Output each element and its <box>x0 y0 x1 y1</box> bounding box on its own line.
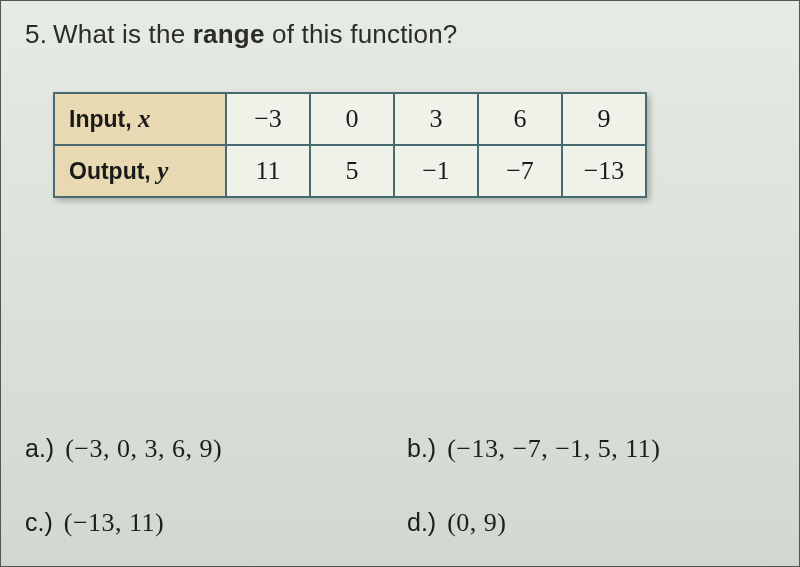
question-pre: What is the <box>53 19 193 49</box>
io-table: Input, x −3 0 3 6 9 Output, y 11 5 −1 −7… <box>53 92 647 198</box>
option-c-letter: c.) <box>25 508 53 536</box>
cell-y-2: −1 <box>394 145 478 197</box>
table-row: Input, x −3 0 3 6 9 <box>54 93 646 145</box>
cell-x-1: 0 <box>310 93 394 145</box>
option-b-value: (−13, −7, −1, 5, 11) <box>447 434 660 463</box>
question-number: 5. <box>25 19 47 49</box>
worksheet-page: 5.What is the range of this function? In… <box>0 0 800 567</box>
row-header-input-label: Input, <box>69 106 132 132</box>
question-post: of this function? <box>265 19 458 49</box>
cell-y-0: 11 <box>226 145 310 197</box>
option-d-letter: d.) <box>407 508 436 536</box>
row-header-input-var: x <box>138 105 151 132</box>
cell-x-4: 9 <box>562 93 646 145</box>
option-b[interactable]: b.) (−13, −7, −1, 5, 11) <box>407 434 777 464</box>
option-d[interactable]: d.) (0, 9) <box>407 508 777 538</box>
cell-x-2: 3 <box>394 93 478 145</box>
row-header-input: Input, x <box>54 93 226 145</box>
question-text: 5.What is the range of this function? <box>25 19 775 50</box>
option-a-letter: a.) <box>25 434 54 462</box>
cell-x-3: 6 <box>478 93 562 145</box>
option-a-value: (−3, 0, 3, 6, 9) <box>65 434 222 463</box>
cell-x-0: −3 <box>226 93 310 145</box>
cell-y-3: −7 <box>478 145 562 197</box>
option-a[interactable]: a.) (−3, 0, 3, 6, 9) <box>25 434 395 464</box>
table-row: Output, y 11 5 −1 −7 −13 <box>54 145 646 197</box>
option-b-letter: b.) <box>407 434 436 462</box>
answer-options: a.) (−3, 0, 3, 6, 9) b.) (−13, −7, −1, 5… <box>25 434 777 538</box>
option-c-value: (−13, 11) <box>64 508 165 537</box>
question-bold: range <box>193 19 265 49</box>
row-header-output: Output, y <box>54 145 226 197</box>
cell-y-4: −13 <box>562 145 646 197</box>
option-c[interactable]: c.) (−13, 11) <box>25 508 395 538</box>
function-table: Input, x −3 0 3 6 9 Output, y 11 5 −1 −7… <box>53 92 775 198</box>
row-header-output-var: y <box>157 157 168 184</box>
row-header-output-label: Output, <box>69 158 151 184</box>
cell-y-1: 5 <box>310 145 394 197</box>
option-d-value: (0, 9) <box>447 508 506 537</box>
